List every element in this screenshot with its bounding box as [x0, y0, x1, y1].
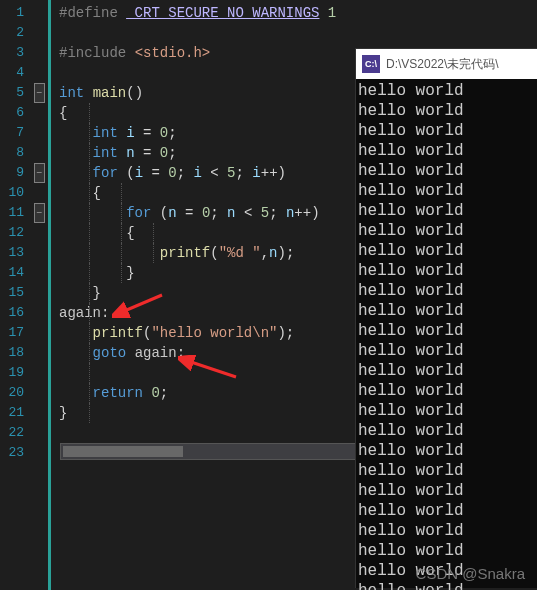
token: n — [227, 205, 235, 221]
token — [118, 125, 126, 141]
fold-cell — [30, 23, 48, 43]
token: 0 — [168, 165, 176, 181]
fold-cell — [30, 283, 48, 303]
token — [59, 125, 93, 141]
line-number: 4 — [0, 63, 30, 83]
token: <stdio.h> — [135, 45, 211, 61]
token: again — [135, 345, 177, 361]
line-number: 10 — [0, 183, 30, 203]
line-number-gutter: 1234567891011121314151617181920212223 — [0, 0, 30, 590]
console-titlebar[interactable]: C:\ D:\VS2022\未完代码\ — [356, 49, 537, 79]
cmd-icon: C:\ — [362, 55, 380, 73]
line-number: 18 — [0, 343, 30, 363]
token — [319, 5, 327, 21]
token — [126, 345, 134, 361]
indent-guide — [89, 383, 90, 403]
fold-cell — [30, 223, 48, 243]
indent-guide — [121, 203, 122, 223]
indent-guide — [121, 223, 122, 243]
indent-guide — [121, 183, 122, 203]
line-number: 1 — [0, 3, 30, 23]
fold-cell — [30, 3, 48, 23]
token: 0 — [160, 125, 168, 141]
line-number: 15 — [0, 283, 30, 303]
token: ; — [177, 345, 185, 361]
indent-guide — [89, 103, 90, 123]
token: "hello world\n" — [151, 325, 277, 341]
indent-guide — [89, 143, 90, 163]
token: n — [126, 145, 134, 161]
token: goto — [93, 345, 127, 361]
indent-guide — [89, 163, 90, 183]
indent-guide — [89, 243, 90, 263]
token: ); — [277, 325, 294, 341]
token: ++) — [261, 165, 286, 181]
token: #define — [59, 5, 126, 21]
line-number: 21 — [0, 403, 30, 423]
fold-cell: − — [30, 83, 48, 103]
fold-cell — [30, 303, 48, 323]
fold-toggle[interactable]: − — [34, 163, 45, 183]
token: 5 — [261, 205, 269, 221]
token: ( — [210, 245, 218, 261]
fold-cell — [30, 43, 48, 63]
token: ( — [118, 165, 135, 181]
token: 1 — [328, 5, 336, 21]
indent-guide — [89, 323, 90, 343]
token: ++) — [294, 205, 319, 221]
token — [59, 345, 93, 361]
token: < — [202, 165, 227, 181]
token: , — [261, 245, 269, 261]
token: { — [59, 105, 67, 121]
line-number: 5 — [0, 83, 30, 103]
token: i — [135, 165, 143, 181]
fold-cell — [30, 443, 48, 463]
console-output[interactable]: hello world hello world hello world hell… — [356, 79, 537, 590]
indent-guide — [89, 263, 90, 283]
line-number: 11 — [0, 203, 30, 223]
token: = — [177, 205, 202, 221]
token: 0 — [151, 385, 159, 401]
indent-guide — [89, 403, 90, 423]
token — [59, 385, 93, 401]
token: () — [126, 85, 143, 101]
code-line[interactable] — [51, 23, 537, 43]
token: ; — [210, 205, 227, 221]
line-number: 23 — [0, 443, 30, 463]
console-window: C:\ D:\VS2022\未完代码\ hello world hello wo… — [355, 48, 537, 588]
line-number: 6 — [0, 103, 30, 123]
token: } — [126, 265, 134, 281]
indent-guide — [89, 203, 90, 223]
token: "%d " — [219, 245, 261, 261]
scrollbar-thumb[interactable] — [63, 446, 183, 457]
fold-cell — [30, 263, 48, 283]
code-line[interactable]: #define _CRT_SECURE_NO_WARNINGS 1 — [51, 3, 537, 23]
indent-guide — [89, 343, 90, 363]
token: } — [59, 405, 67, 421]
fold-cell — [30, 343, 48, 363]
fold-cell — [30, 383, 48, 403]
line-number: 14 — [0, 263, 30, 283]
token: ; — [168, 145, 176, 161]
fold-toggle[interactable]: − — [34, 203, 45, 223]
token: ; — [269, 205, 286, 221]
token: ( — [151, 205, 168, 221]
token — [59, 145, 93, 161]
line-number: 9 — [0, 163, 30, 183]
line-number: 20 — [0, 383, 30, 403]
token: < — [236, 205, 261, 221]
fold-cell — [30, 403, 48, 423]
line-number: 2 — [0, 23, 30, 43]
token: again: — [59, 305, 109, 321]
token — [59, 225, 126, 241]
token: ; — [236, 165, 253, 181]
fold-cell — [30, 323, 48, 343]
line-number: 3 — [0, 43, 30, 63]
token — [59, 285, 93, 301]
token: #include — [59, 45, 135, 61]
fold-toggle[interactable]: − — [34, 83, 45, 103]
indent-guide — [89, 283, 90, 303]
fold-column: −−− — [30, 0, 48, 590]
token — [84, 85, 92, 101]
indent-guide — [121, 263, 122, 283]
